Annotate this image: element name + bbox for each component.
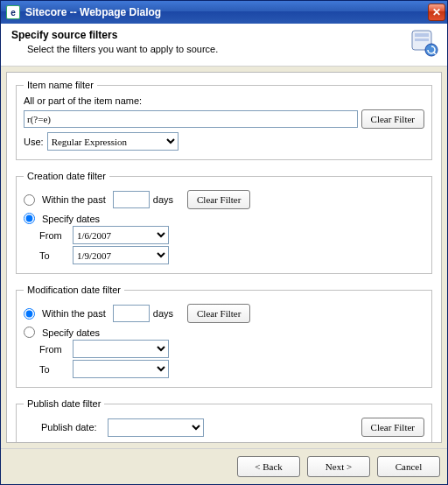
mod-specify-radio[interactable] bbox=[24, 327, 35, 338]
mod-to-select[interactable] bbox=[73, 360, 169, 378]
mod-legend: Modification date filter bbox=[24, 285, 124, 295]
window-title: Sitecore -- Webpage Dialog bbox=[25, 6, 428, 18]
creation-from-label: From bbox=[39, 230, 69, 241]
creation-days-input[interactable] bbox=[113, 191, 150, 208]
creation-date-filter: Creation date filter Within the past day… bbox=[16, 171, 432, 274]
creation-clear-button[interactable]: Clear Filter bbox=[187, 190, 250, 209]
pub-date-label: Publish date: bbox=[41, 422, 97, 432]
creation-from-select[interactable]: 1/6/2007 bbox=[73, 226, 169, 244]
item-name-input[interactable] bbox=[24, 110, 358, 128]
cancel-button[interactable]: Cancel bbox=[377, 456, 440, 477]
mod-from-select[interactable] bbox=[73, 340, 169, 358]
creation-within-label: Within the past bbox=[42, 194, 106, 205]
creation-to-label: To bbox=[39, 250, 69, 261]
pub-clear-button[interactable]: Clear Filter bbox=[361, 418, 424, 437]
next-button[interactable]: Next > bbox=[307, 456, 370, 477]
mod-days-input[interactable] bbox=[113, 305, 150, 322]
mod-within-label: Within the past bbox=[42, 308, 106, 319]
title-bar: e Sitecore -- Webpage Dialog ✕ bbox=[1, 1, 447, 24]
creation-within-radio[interactable] bbox=[24, 194, 35, 206]
item-name-clear-button[interactable]: Clear Filter bbox=[361, 109, 424, 129]
mod-specify-label: Specify dates bbox=[42, 327, 100, 338]
ie-icon: e bbox=[6, 5, 20, 19]
filter-panel: Item name filter All or part of the item… bbox=[6, 72, 442, 443]
dialog-header: Specify source filters Select the filter… bbox=[1, 24, 447, 67]
publish-date-filter: Publish date filter Publish date: Clear … bbox=[16, 398, 432, 443]
svg-rect-1 bbox=[415, 33, 429, 37]
item-name-filter: Item name filter All or part of the item… bbox=[16, 80, 432, 160]
mod-to-label: To bbox=[39, 364, 69, 375]
header-title: Specify source filters bbox=[11, 29, 403, 41]
creation-to-select[interactable]: 1/9/2007 bbox=[73, 246, 169, 264]
workflow-checkbox[interactable]: ✓ bbox=[25, 442, 37, 443]
dialog-buttons: < Back Next > Cancel bbox=[1, 448, 447, 484]
mod-days-label: days bbox=[153, 308, 173, 319]
creation-days-label: days bbox=[153, 194, 173, 205]
mod-from-label: From bbox=[39, 344, 69, 355]
creation-specify-radio[interactable] bbox=[24, 213, 35, 224]
workflow-label: Take workflow into account bbox=[40, 443, 155, 444]
mod-clear-button[interactable]: Clear Filter bbox=[187, 304, 250, 323]
svg-rect-2 bbox=[415, 39, 429, 41]
item-name-label: All or part of the item name: bbox=[24, 95, 142, 106]
modification-date-filter: Modification date filter Within the past… bbox=[16, 285, 432, 388]
close-button[interactable]: ✕ bbox=[428, 4, 445, 21]
header-subtitle: Select the filters you want to apply to … bbox=[27, 44, 403, 54]
pub-legend: Publish date filter bbox=[24, 398, 104, 409]
creation-specify-label: Specify dates bbox=[42, 214, 100, 224]
use-select[interactable]: Regular Expression bbox=[47, 132, 178, 151]
pub-date-select[interactable] bbox=[108, 418, 204, 437]
back-button[interactable]: < Back bbox=[237, 456, 300, 477]
use-label: Use: bbox=[24, 137, 44, 147]
filter-icon bbox=[410, 29, 438, 57]
mod-within-radio[interactable] bbox=[24, 308, 35, 320]
creation-legend: Creation date filter bbox=[24, 171, 109, 181]
dialog-window: e Sitecore -- Webpage Dialog ✕ Specify s… bbox=[0, 0, 448, 485]
item-name-legend: Item name filter bbox=[24, 80, 97, 90]
